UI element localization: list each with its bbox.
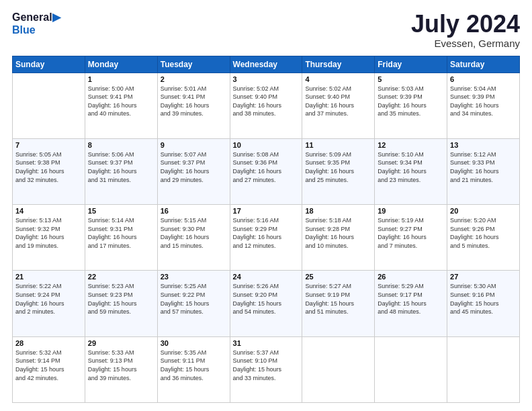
day-number: 18 (305, 207, 371, 215)
day-number: 20 (450, 207, 517, 215)
day-number: 30 (161, 339, 227, 347)
day-number: 3 (233, 75, 300, 83)
calendar-cell: 2 Sunrise: 5:01 AMSunset: 9:41 PMDayligh… (157, 73, 230, 138)
calendar-cell (13, 73, 85, 138)
calendar-body: 1 Sunrise: 5:00 AMSunset: 9:41 PMDayligh… (13, 73, 520, 402)
calendar-cell: 14 Sunrise: 5:13 AMSunset: 9:32 PMDaylig… (13, 205, 85, 271)
header: General▶ Blue July 2024 Evessen, Germany (12, 11, 520, 49)
day-number: 24 (233, 273, 300, 281)
calendar-cell: 4 Sunrise: 5:02 AMSunset: 9:40 PMDayligh… (302, 73, 375, 138)
col-monday: Monday (85, 56, 157, 73)
calendar-week-row: 28 Sunrise: 5:32 AMSunset: 9:14 PMDaylig… (13, 336, 520, 402)
calendar-cell: 28 Sunrise: 5:32 AMSunset: 9:14 PMDaylig… (13, 336, 85, 402)
day-number: 28 (15, 339, 82, 347)
day-number: 10 (233, 141, 300, 149)
calendar-cell: 11 Sunrise: 5:09 AMSunset: 9:35 PMDaylig… (302, 138, 375, 204)
calendar-cell: 17 Sunrise: 5:16 AMSunset: 9:29 PMDaylig… (230, 205, 302, 271)
cell-info: Sunrise: 5:08 AMSunset: 9:36 PMDaylight:… (233, 150, 300, 184)
cell-info: Sunrise: 5:23 AMSunset: 9:23 PMDaylight:… (88, 282, 154, 316)
day-number: 6 (450, 75, 517, 83)
day-number: 25 (305, 273, 371, 281)
calendar-cell (375, 336, 447, 402)
cell-info: Sunrise: 5:13 AMSunset: 9:32 PMDaylight:… (15, 216, 82, 250)
day-number: 1 (88, 75, 154, 83)
day-number: 27 (450, 273, 517, 281)
calendar-cell (447, 336, 520, 402)
calendar-cell: 12 Sunrise: 5:10 AMSunset: 9:34 PMDaylig… (375, 138, 447, 204)
cell-info: Sunrise: 5:35 AMSunset: 9:11 PMDaylight:… (161, 349, 227, 382)
day-number: 12 (378, 141, 444, 149)
cell-info: Sunrise: 5:37 AMSunset: 9:10 PMDaylight:… (233, 349, 300, 382)
calendar-cell: 3 Sunrise: 5:02 AMSunset: 9:40 PMDayligh… (230, 73, 302, 138)
calendar-cell: 15 Sunrise: 5:14 AMSunset: 9:31 PMDaylig… (85, 205, 157, 271)
page: General▶ Blue July 2024 Evessen, Germany… (0, 0, 532, 411)
calendar-cell: 29 Sunrise: 5:33 AMSunset: 9:13 PMDaylig… (85, 336, 157, 402)
logo: General▶ Blue (12, 11, 60, 36)
calendar-week-row: 14 Sunrise: 5:13 AMSunset: 9:32 PMDaylig… (13, 205, 520, 271)
day-number: 14 (15, 207, 82, 215)
calendar-cell: 27 Sunrise: 5:30 AMSunset: 9:16 PMDaylig… (447, 271, 520, 336)
cell-info: Sunrise: 5:26 AMSunset: 9:20 PMDaylight:… (233, 282, 300, 316)
cell-info: Sunrise: 5:14 AMSunset: 9:31 PMDaylight:… (88, 216, 154, 250)
calendar-cell: 22 Sunrise: 5:23 AMSunset: 9:23 PMDaylig… (85, 271, 157, 336)
cell-info: Sunrise: 5:32 AMSunset: 9:14 PMDaylight:… (15, 349, 82, 382)
calendar-cell: 18 Sunrise: 5:18 AMSunset: 9:28 PMDaylig… (302, 205, 375, 271)
col-sunday: Sunday (13, 56, 85, 73)
calendar-week-row: 7 Sunrise: 5:05 AMSunset: 9:38 PMDayligh… (13, 138, 520, 204)
calendar-cell: 13 Sunrise: 5:12 AMSunset: 9:33 PMDaylig… (447, 138, 520, 204)
calendar-cell: 26 Sunrise: 5:29 AMSunset: 9:17 PMDaylig… (375, 271, 447, 336)
col-tuesday: Tuesday (157, 56, 230, 73)
calendar-cell: 5 Sunrise: 5:03 AMSunset: 9:39 PMDayligh… (375, 73, 447, 138)
cell-info: Sunrise: 5:09 AMSunset: 9:35 PMDaylight:… (305, 150, 371, 184)
day-number: 19 (378, 207, 444, 215)
day-number: 31 (233, 339, 300, 347)
day-number: 23 (161, 273, 227, 281)
cell-info: Sunrise: 5:16 AMSunset: 9:29 PMDaylight:… (233, 216, 300, 250)
cell-info: Sunrise: 5:33 AMSunset: 9:13 PMDaylight:… (88, 349, 154, 382)
cell-info: Sunrise: 5:27 AMSunset: 9:19 PMDaylight:… (305, 282, 371, 316)
title-block: July 2024 Evessen, Germany (411, 11, 520, 49)
cell-info: Sunrise: 5:30 AMSunset: 9:16 PMDaylight:… (450, 282, 517, 316)
cell-info: Sunrise: 5:19 AMSunset: 9:27 PMDaylight:… (378, 216, 444, 250)
col-wednesday: Wednesday (230, 56, 302, 73)
day-number: 8 (88, 141, 154, 149)
calendar-cell: 7 Sunrise: 5:05 AMSunset: 9:38 PMDayligh… (13, 138, 85, 204)
calendar-cell: 16 Sunrise: 5:15 AMSunset: 9:30 PMDaylig… (157, 205, 230, 271)
cell-info: Sunrise: 5:04 AMSunset: 9:39 PMDaylight:… (450, 85, 517, 118)
main-title: July 2024 (411, 11, 520, 38)
cell-info: Sunrise: 5:02 AMSunset: 9:40 PMDaylight:… (233, 85, 300, 118)
calendar-cell: 1 Sunrise: 5:00 AMSunset: 9:41 PMDayligh… (85, 73, 157, 138)
subtitle: Evessen, Germany (411, 38, 520, 49)
calendar-cell: 19 Sunrise: 5:19 AMSunset: 9:27 PMDaylig… (375, 205, 447, 271)
cell-info: Sunrise: 5:00 AMSunset: 9:41 PMDaylight:… (88, 85, 154, 118)
cell-info: Sunrise: 5:06 AMSunset: 9:37 PMDaylight:… (88, 150, 154, 184)
cell-info: Sunrise: 5:12 AMSunset: 9:33 PMDaylight:… (450, 150, 517, 184)
calendar-cell: 10 Sunrise: 5:08 AMSunset: 9:36 PMDaylig… (230, 138, 302, 204)
day-number: 11 (305, 141, 371, 149)
day-number: 17 (233, 207, 300, 215)
day-number: 15 (88, 207, 154, 215)
day-number: 2 (161, 75, 227, 83)
col-saturday: Saturday (447, 56, 520, 73)
calendar-cell: 23 Sunrise: 5:25 AMSunset: 9:22 PMDaylig… (157, 271, 230, 336)
cell-info: Sunrise: 5:18 AMSunset: 9:28 PMDaylight:… (305, 216, 371, 250)
calendar-cell: 6 Sunrise: 5:04 AMSunset: 9:39 PMDayligh… (447, 73, 520, 138)
cell-info: Sunrise: 5:02 AMSunset: 9:40 PMDaylight:… (305, 85, 371, 118)
cell-info: Sunrise: 5:25 AMSunset: 9:22 PMDaylight:… (161, 282, 227, 316)
calendar-week-row: 21 Sunrise: 5:22 AMSunset: 9:24 PMDaylig… (13, 271, 520, 336)
cell-info: Sunrise: 5:03 AMSunset: 9:39 PMDaylight:… (378, 85, 444, 118)
calendar-cell: 30 Sunrise: 5:35 AMSunset: 9:11 PMDaylig… (157, 336, 230, 402)
col-thursday: Thursday (302, 56, 375, 73)
calendar-cell: 20 Sunrise: 5:20 AMSunset: 9:26 PMDaylig… (447, 205, 520, 271)
day-number: 9 (161, 141, 227, 149)
calendar-cell: 24 Sunrise: 5:26 AMSunset: 9:20 PMDaylig… (230, 271, 302, 336)
logo-blue: Blue (12, 24, 60, 36)
cell-info: Sunrise: 5:07 AMSunset: 9:37 PMDaylight:… (161, 150, 227, 184)
calendar-header-row: Sunday Monday Tuesday Wednesday Thursday… (13, 56, 520, 73)
cell-info: Sunrise: 5:20 AMSunset: 9:26 PMDaylight:… (450, 216, 517, 250)
calendar-cell: 25 Sunrise: 5:27 AMSunset: 9:19 PMDaylig… (302, 271, 375, 336)
day-number: 4 (305, 75, 371, 83)
cell-info: Sunrise: 5:22 AMSunset: 9:24 PMDaylight:… (15, 282, 82, 316)
day-number: 26 (378, 273, 444, 281)
cell-info: Sunrise: 5:15 AMSunset: 9:30 PMDaylight:… (161, 216, 227, 250)
